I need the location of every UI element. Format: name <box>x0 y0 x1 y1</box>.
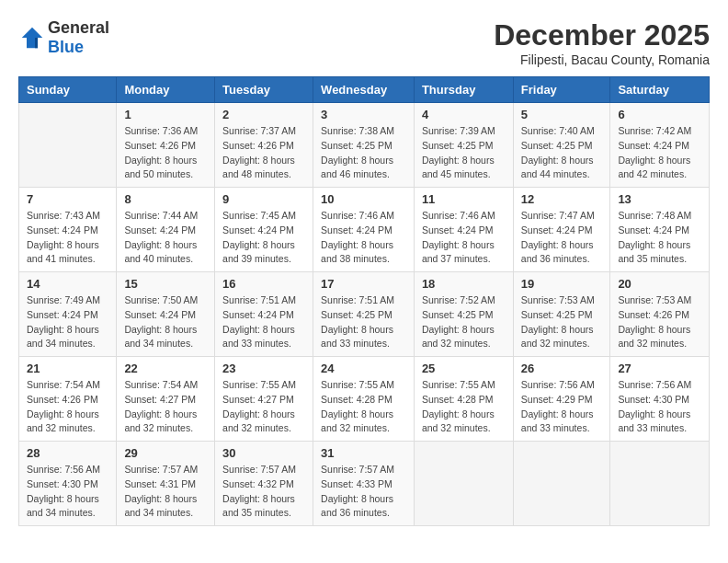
daylight-text: Daylight: 8 hours <box>124 493 197 504</box>
calendar-cell: 31Sunrise: 7:57 AMSunset: 4:33 PMDayligh… <box>313 442 415 526</box>
calendar-week-row: 7Sunrise: 7:43 AMSunset: 4:24 PMDaylight… <box>19 188 710 272</box>
calendar-cell: 14Sunrise: 7:49 AMSunset: 4:24 PMDayligh… <box>19 272 117 357</box>
header-day: Tuesday <box>215 77 313 103</box>
sunset-text: Sunset: 4:25 PM <box>321 140 392 151</box>
day-info: Sunrise: 7:46 AMSunset: 4:24 PMDaylight:… <box>422 209 506 267</box>
daylight-text: Daylight: 8 hours <box>321 155 393 166</box>
day-number: 27 <box>618 362 701 375</box>
daylight-text2: and 35 minutes. <box>618 253 687 264</box>
sunrise-text: Sunrise: 7:46 AM <box>422 210 495 221</box>
calendar-cell: 11Sunrise: 7:46 AMSunset: 4:24 PMDayligh… <box>414 188 513 272</box>
day-number: 13 <box>618 192 701 206</box>
calendar-cell: 20Sunrise: 7:53 AMSunset: 4:26 PMDayligh… <box>610 272 710 357</box>
daylight-text2: and 32 minutes. <box>618 338 687 349</box>
daylight-text: Daylight: 8 hours <box>321 493 393 504</box>
sunrise-text: Sunrise: 7:56 AM <box>618 379 691 390</box>
day-number: 23 <box>222 362 305 375</box>
day-number: 30 <box>222 446 305 460</box>
day-info: Sunrise: 7:37 AMSunset: 4:26 PMDaylight:… <box>222 124 305 182</box>
sunrise-text: Sunrise: 7:51 AM <box>321 294 394 305</box>
sunrise-text: Sunrise: 7:45 AM <box>222 210 296 221</box>
calendar-cell: 13Sunrise: 7:48 AMSunset: 4:24 PMDayligh… <box>610 188 710 272</box>
sunset-text: Sunset: 4:30 PM <box>618 394 689 405</box>
sunrise-text: Sunrise: 7:48 AM <box>618 210 691 221</box>
sunset-text: Sunset: 4:26 PM <box>618 309 689 320</box>
day-info: Sunrise: 7:44 AMSunset: 4:24 PMDaylight:… <box>124 209 207 267</box>
sunset-text: Sunset: 4:24 PM <box>222 224 294 236</box>
sunrise-text: Sunrise: 7:47 AM <box>521 210 595 221</box>
daylight-text: Daylight: 8 hours <box>124 155 197 166</box>
calendar-subtitle: Filipesti, Bacau County, Romania <box>494 52 710 67</box>
calendar-cell: 8Sunrise: 7:44 AMSunset: 4:24 PMDaylight… <box>117 188 215 272</box>
day-info: Sunrise: 7:55 AMSunset: 4:27 PMDaylight:… <box>222 378 305 436</box>
sunrise-text: Sunrise: 7:40 AM <box>521 125 595 136</box>
calendar-cell: 19Sunrise: 7:53 AMSunset: 4:25 PMDayligh… <box>513 272 610 357</box>
sunset-text: Sunset: 4:28 PM <box>422 394 494 405</box>
calendar-table: SundayMondayTuesdayWednesdayThursdayFrid… <box>18 76 710 526</box>
calendar-cell: 23Sunrise: 7:55 AMSunset: 4:27 PMDayligh… <box>215 357 313 442</box>
daylight-text2: and 32 minutes. <box>422 338 491 349</box>
calendar-cell: 18Sunrise: 7:52 AMSunset: 4:25 PMDayligh… <box>414 272 513 357</box>
daylight-text2: and 33 minutes. <box>618 422 687 433</box>
sunrise-text: Sunrise: 7:54 AM <box>124 379 198 390</box>
day-info: Sunrise: 7:49 AMSunset: 4:24 PMDaylight:… <box>27 293 108 351</box>
calendar-cell <box>513 442 610 526</box>
logo-text: General Blue <box>48 18 109 57</box>
calendar-week-row: 1Sunrise: 7:36 AMSunset: 4:26 PMDaylight… <box>19 103 710 188</box>
daylight-text: Daylight: 8 hours <box>422 324 495 335</box>
calendar-cell: 12Sunrise: 7:47 AMSunset: 4:24 PMDayligh… <box>513 188 610 272</box>
daylight-text: Daylight: 8 hours <box>521 408 594 419</box>
day-number: 24 <box>321 362 406 375</box>
day-info: Sunrise: 7:57 AMSunset: 4:33 PMDaylight:… <box>321 463 406 521</box>
day-info: Sunrise: 7:54 AMSunset: 4:26 PMDaylight:… <box>27 378 108 436</box>
day-number: 7 <box>27 192 108 206</box>
day-number: 15 <box>124 277 207 291</box>
calendar-cell: 25Sunrise: 7:55 AMSunset: 4:28 PMDayligh… <box>414 357 513 442</box>
logo: General Blue <box>18 18 109 57</box>
daylight-text: Daylight: 8 hours <box>422 239 495 250</box>
day-number: 3 <box>321 108 406 121</box>
day-info: Sunrise: 7:51 AMSunset: 4:25 PMDaylight:… <box>321 293 406 351</box>
daylight-text2: and 36 minutes. <box>521 253 590 264</box>
daylight-text2: and 35 minutes. <box>222 507 291 518</box>
calendar-cell: 28Sunrise: 7:56 AMSunset: 4:30 PMDayligh… <box>19 442 117 526</box>
sunrise-text: Sunrise: 7:38 AM <box>321 125 394 136</box>
daylight-text2: and 50 minutes. <box>124 168 193 179</box>
day-info: Sunrise: 7:57 AMSunset: 4:31 PMDaylight:… <box>124 463 207 521</box>
day-info: Sunrise: 7:53 AMSunset: 4:25 PMDaylight:… <box>521 293 603 351</box>
day-number: 6 <box>618 108 701 121</box>
sunset-text: Sunset: 4:24 PM <box>124 309 196 320</box>
day-number: 2 <box>222 108 305 121</box>
sunrise-text: Sunrise: 7:50 AM <box>124 294 198 305</box>
calendar-cell: 29Sunrise: 7:57 AMSunset: 4:31 PMDayligh… <box>117 442 215 526</box>
daylight-text2: and 32 minutes. <box>222 422 291 433</box>
sunrise-text: Sunrise: 7:55 AM <box>422 379 495 390</box>
day-info: Sunrise: 7:56 AMSunset: 4:29 PMDaylight:… <box>521 378 603 436</box>
daylight-text: Daylight: 8 hours <box>124 408 197 419</box>
sunset-text: Sunset: 4:27 PM <box>222 394 294 405</box>
calendar-cell: 2Sunrise: 7:37 AMSunset: 4:26 PMDaylight… <box>215 103 313 188</box>
daylight-text2: and 48 minutes. <box>222 168 291 179</box>
day-number: 29 <box>124 446 207 460</box>
sunrise-text: Sunrise: 7:43 AM <box>27 210 100 221</box>
daylight-text: Daylight: 8 hours <box>222 155 295 166</box>
sunset-text: Sunset: 4:27 PM <box>124 394 196 405</box>
daylight-text2: and 32 minutes. <box>27 422 96 433</box>
calendar-week-row: 14Sunrise: 7:49 AMSunset: 4:24 PMDayligh… <box>19 272 710 357</box>
daylight-text2: and 46 minutes. <box>321 168 390 179</box>
daylight-text: Daylight: 8 hours <box>618 408 690 419</box>
day-info: Sunrise: 7:57 AMSunset: 4:32 PMDaylight:… <box>222 463 305 521</box>
sunset-text: Sunset: 4:29 PM <box>521 394 593 405</box>
sunrise-text: Sunrise: 7:42 AM <box>618 125 691 136</box>
calendar-cell: 15Sunrise: 7:50 AMSunset: 4:24 PMDayligh… <box>117 272 215 357</box>
day-number: 12 <box>521 192 603 206</box>
day-info: Sunrise: 7:47 AMSunset: 4:24 PMDaylight:… <box>521 209 603 267</box>
calendar-week-row: 28Sunrise: 7:56 AMSunset: 4:30 PMDayligh… <box>19 442 710 526</box>
daylight-text2: and 32 minutes. <box>321 422 390 433</box>
day-number: 22 <box>124 362 207 375</box>
calendar-cell: 24Sunrise: 7:55 AMSunset: 4:28 PMDayligh… <box>313 357 415 442</box>
sunset-text: Sunset: 4:24 PM <box>422 224 494 236</box>
header-day: Thursday <box>414 77 513 103</box>
calendar-cell: 3Sunrise: 7:38 AMSunset: 4:25 PMDaylight… <box>313 103 415 188</box>
sunrise-text: Sunrise: 7:51 AM <box>222 294 296 305</box>
